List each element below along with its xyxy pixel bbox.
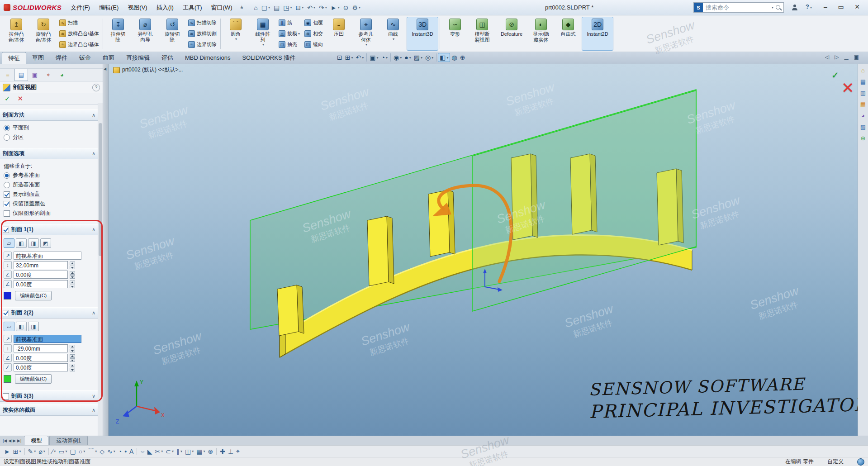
show-hide-bodies-button[interactable]: ◐显示/隐藏实体	[527, 17, 555, 51]
view-orientation-button[interactable]: ▣▾	[368, 53, 379, 62]
home-button[interactable]: ⌂	[252, 3, 259, 12]
draft-button[interactable]: △拔模▾	[277, 29, 301, 39]
scroll-tabs-left-icon[interactable]: ◁	[825, 54, 829, 60]
deform-button[interactable]: ∽变形	[441, 17, 469, 51]
indent-button[interactable]: ◒压凹	[325, 17, 352, 51]
circle-button[interactable]: ○▾	[77, 447, 86, 456]
section1-reference-plane-input[interactable]: 前视基准面	[14, 252, 81, 260]
file-explorer-icon[interactable]: ▥	[860, 90, 866, 96]
hide-show-items-button[interactable]: ◉▾	[392, 53, 403, 62]
undo-button[interactable]: ↶▾	[305, 3, 317, 12]
edit-appearance-button[interactable]: ●▾	[403, 53, 412, 62]
checkbox-keep-cap-color[interactable]: 保留顶盖颜色	[4, 199, 95, 209]
search-icon[interactable]	[775, 5, 782, 11]
curves-button[interactable]: ∿曲线▾	[379, 17, 407, 51]
radio-selected-plane[interactable]: 所选基准面	[4, 180, 95, 190]
polygon-button[interactable]: ◇	[98, 447, 106, 456]
save-button[interactable]: ◳▾	[281, 3, 294, 12]
select-button[interactable]: ►▾	[329, 3, 342, 12]
scroll-tabs-right-icon[interactable]: ▷	[835, 54, 839, 60]
appearances-scenes-icon[interactable]: ◕	[861, 112, 865, 119]
print-button[interactable]: ⊟▾	[294, 3, 306, 12]
rectangle-button[interactable]: ▭▾	[57, 447, 68, 456]
search-input[interactable]: 搜索命令	[703, 4, 771, 12]
document-restore-icon[interactable]: ▣	[854, 54, 859, 60]
command-search[interactable]: S 搜索命令 ▾	[693, 2, 784, 13]
section2-yangle-input[interactable]: 0.00度	[14, 363, 68, 371]
section2-yangle-spinner[interactable]	[70, 364, 75, 371]
swept-boss-button[interactable]: ∿扫描	[58, 18, 100, 29]
radio-zonal-section[interactable]: 分区	[4, 133, 95, 142]
ok-button[interactable]: ✓	[5, 95, 10, 103]
menu-file[interactable]: 文件(F)	[66, 2, 95, 14]
section2-xangle-input[interactable]: 0.00度	[14, 354, 68, 362]
menu-window[interactable]: 窗口(W)	[207, 2, 237, 14]
section2-color-swatch[interactable]	[4, 375, 11, 383]
freestyle-button[interactable]: ◆自由式	[555, 17, 582, 51]
solidworks-resources-icon[interactable]: ⌂	[861, 67, 865, 74]
tab-motion-study-1[interactable]: 运动算例1	[49, 436, 88, 445]
section3-header[interactable]: 剖面 3(3)∨	[0, 390, 98, 402]
design-library-icon[interactable]: ▤	[860, 78, 866, 85]
move-entities-button[interactable]: ✚	[218, 447, 227, 456]
instant2d-button[interactable]: 2DInstant2D	[582, 17, 613, 51]
tab-evaluate[interactable]: 评估	[156, 52, 179, 64]
document-minimize-icon[interactable]: ▁	[844, 54, 848, 60]
defeature-button[interactable]: ⊘Defeature	[496, 17, 527, 51]
section2-offset-spinner[interactable]	[70, 345, 75, 352]
display-style-button[interactable]: ◔▾	[379, 53, 389, 62]
tab-weldments[interactable]: 焊件	[50, 52, 73, 64]
open-document-button[interactable]: ▤	[272, 3, 281, 12]
lofted-boss-button[interactable]: ≋放样凸台/基体	[58, 29, 100, 39]
sketch-button[interactable]: ✎▾	[27, 447, 38, 456]
confirmation-ok-button[interactable]: ✓	[831, 70, 839, 81]
mirror-entities-button[interactable]: ◫▾	[184, 447, 195, 456]
menu-tools[interactable]: 工具(T)	[178, 2, 207, 14]
displaymanager-tab[interactable]: ◕	[55, 69, 69, 81]
checkbox-graphics-only-section[interactable]: 仅限图形的剖面	[4, 209, 95, 218]
section-by-body-header[interactable]: 按实体的截面∧	[0, 404, 98, 416]
configurationmanager-tab[interactable]: ▣	[28, 69, 42, 81]
boundary-boss-button[interactable]: ≈边界凸台/基体	[58, 39, 100, 50]
radio-planar-section[interactable]: 平面剖	[4, 123, 95, 133]
tab-features[interactable]: 特征	[2, 52, 26, 64]
view-settings-button[interactable]: ◎▾	[424, 53, 435, 62]
slot-button[interactable]: ▢	[68, 447, 77, 456]
linear-pattern-button[interactable]: ▦线性阵列▾	[249, 17, 276, 51]
search-scope-icon[interactable]: S	[694, 3, 703, 12]
panel-help-icon[interactable]: ?	[92, 84, 100, 91]
fillet-button[interactable]: ⌒圆角▾	[222, 17, 249, 51]
top-plane-tool-button[interactable]: ◧	[16, 322, 27, 331]
section1-offset-input[interactable]: 32.00mm	[14, 261, 68, 269]
tab-solidworks-addins[interactable]: SOLIDWORKS 插件	[236, 52, 301, 64]
breadcrumb-part-name[interactable]: prt0002 (默认) <<默认>...	[122, 66, 183, 74]
instant3d-button[interactable]: 3DInstant3D	[407, 17, 438, 51]
menu-edit[interactable]: 编辑(E)	[95, 2, 123, 14]
section3-checkbox[interactable]	[3, 393, 9, 399]
globe-icon[interactable]	[857, 458, 864, 466]
point-button[interactable]: •	[123, 447, 128, 456]
featuremanager-tab[interactable]: ≡	[1, 69, 14, 81]
section1-xangle-spinner[interactable]	[70, 271, 75, 279]
section1-xangle-input[interactable]: 0.00度	[14, 271, 68, 279]
tab-surfaces[interactable]: 曲面	[97, 52, 120, 64]
selected-plane-tool-button[interactable]: ◩	[40, 238, 51, 248]
top-plane-tool-button[interactable]: ◧	[16, 238, 27, 248]
boundary-cut-button[interactable]: ≈边界切除	[187, 39, 218, 50]
previous-view-button[interactable]: ↶▾	[354, 53, 365, 62]
sketch-fillet-button[interactable]: ⌣	[139, 447, 146, 456]
graphics-viewport[interactable]: Senshow新思诺软件 Senshow新思诺软件 Senshow新思诺软件 S…	[109, 64, 858, 436]
spline-button[interactable]: ∿▾	[106, 447, 117, 456]
front-plane-tool-button[interactable]: ▱	[4, 322, 14, 331]
intersect-button[interactable]: ⊗相交	[303, 29, 324, 39]
hole-wizard-button[interactable]: ⌀异型孔向导	[132, 17, 159, 51]
section-options-header[interactable]: 剖面选项∧	[0, 148, 98, 159]
section1-checkbox[interactable]	[3, 227, 9, 233]
options-button[interactable]: ⚙▾	[350, 3, 362, 12]
section2-header[interactable]: 剖面 2(2)∧	[0, 307, 98, 319]
breadcrumb[interactable]: prt0002 (默认) <<默认>...	[113, 66, 183, 74]
attachments-button[interactable]: ⊙	[342, 3, 351, 12]
section2-edit-color-button[interactable]: 编辑颜色(C)	[15, 374, 52, 384]
trim-entities-button[interactable]: ✂▾	[153, 447, 164, 456]
chamfer-button[interactable]: ◣	[146, 447, 154, 456]
